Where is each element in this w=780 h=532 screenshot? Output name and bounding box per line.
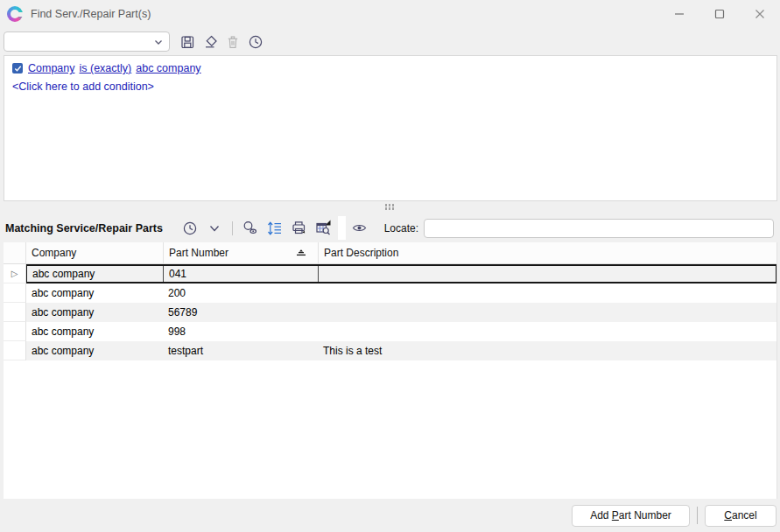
cell-part-description <box>318 284 776 303</box>
condition-panel: Company is (exactly) abc company <Click … <box>4 55 777 201</box>
cell-company: abc company <box>26 303 163 322</box>
cell-part-number: testpart <box>163 341 318 360</box>
close-icon[interactable] <box>740 0 780 28</box>
save-icon[interactable] <box>177 32 198 52</box>
locate-input[interactable] <box>424 219 774 238</box>
splitter-grip-icon <box>385 204 396 211</box>
chevron-down-icon[interactable] <box>204 218 225 239</box>
cell-part-description <box>318 322 776 341</box>
print-icon[interactable] <box>289 218 310 239</box>
condition-checkbox[interactable] <box>12 63 23 74</box>
button-separator <box>697 507 698 524</box>
grid-header: Company Part Number Part Description <box>4 242 776 264</box>
cell-company: abc company <box>26 322 163 341</box>
title-bar: Find Serv./Repair Part(s) <box>0 0 780 28</box>
table-row[interactable]: abc company 200 <box>4 284 776 303</box>
results-toolbar: Matching Service/Repair Parts <box>0 214 780 242</box>
minimize-icon[interactable] <box>659 0 699 28</box>
saved-query-combobox[interactable] <box>4 32 170 52</box>
grid-search-icon[interactable] <box>313 218 334 239</box>
current-row-indicator: ▷ <box>4 264 26 284</box>
toolbar-separator <box>232 221 233 235</box>
condition-value-link[interactable]: abc company <box>136 62 200 74</box>
cell-part-description <box>318 303 776 322</box>
cell-part-number: 200 <box>163 284 318 303</box>
column-header-part-number[interactable]: Part Number <box>164 242 319 263</box>
cell-part-number: 041 <box>164 266 319 282</box>
window-title: Find Serv./Repair Part(s) <box>31 8 151 20</box>
chevron-down-icon <box>153 37 164 47</box>
table-row[interactable]: abc company 56789 <box>4 303 776 322</box>
cell-part-number: 56789 <box>163 303 318 322</box>
header-gutter <box>4 242 26 263</box>
footer-bar: Add Part Number Cancel <box>0 499 780 532</box>
cell-company: abc company <box>26 284 163 303</box>
cell-part-description <box>319 266 776 282</box>
app-logo-icon <box>7 6 23 22</box>
query-toolbar <box>0 28 780 55</box>
maximize-icon[interactable] <box>699 0 740 28</box>
table-row[interactable]: ▷ abc company 041 <box>4 264 776 284</box>
column-header-company[interactable]: Company <box>26 242 164 263</box>
condition-field-link[interactable]: Company <box>28 62 75 74</box>
add-part-number-button[interactable]: Add Part Number <box>572 505 690 527</box>
panel-splitter[interactable] <box>0 201 780 214</box>
table-row[interactable]: abc company testpart This is a test <box>4 341 776 360</box>
window-controls <box>659 0 780 28</box>
eraser-icon[interactable] <box>200 32 221 52</box>
column-header-part-description[interactable]: Part Description <box>319 242 776 263</box>
results-section-title: Matching Service/Repair Parts <box>5 222 163 234</box>
toolbar-active-strip <box>338 216 346 240</box>
locate-label: Locate: <box>384 222 418 234</box>
sort-ascending-icon <box>295 248 307 257</box>
cell-part-description: This is a test <box>318 341 776 360</box>
find-parts-dialog: Find Serv./Repair Part(s) <box>0 0 780 532</box>
sort-icon[interactable] <box>264 218 285 239</box>
search-preview-icon[interactable] <box>240 218 261 239</box>
cell-company: abc company <box>27 266 164 282</box>
check-icon <box>14 65 22 73</box>
condition-operator-link[interactable]: is (exactly) <box>80 62 132 74</box>
cell-part-number: 998 <box>163 322 318 341</box>
cell-company: abc company <box>26 341 163 360</box>
add-condition-link[interactable]: <Click here to add condition> <box>12 80 769 93</box>
parts-grid: Company Part Number Part Description ▷ a… <box>4 242 777 499</box>
table-row[interactable]: abc company 998 <box>4 322 776 341</box>
history-icon[interactable] <box>179 218 200 239</box>
eye-icon[interactable] <box>349 218 370 239</box>
condition-row: Company is (exactly) abc company <box>12 62 769 74</box>
history-icon[interactable] <box>245 32 266 52</box>
cancel-button[interactable]: Cancel <box>705 505 776 527</box>
delete-icon[interactable] <box>222 32 243 52</box>
